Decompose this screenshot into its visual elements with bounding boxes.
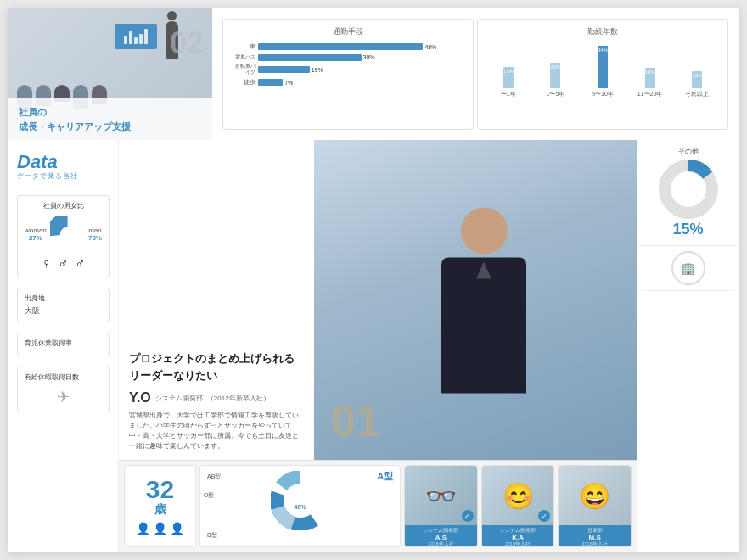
year-bar-wrap-2: 20% — [534, 63, 578, 88]
profile-cards-strip: 👓 ✓ システム開発部 A.S 2018年入社 😊 ✓ — [404, 465, 632, 547]
headline-line1: プロジェクトのまとめ上げられる — [129, 352, 295, 365]
headline: プロジェクトのまとめ上げられる リーダーなりたい — [129, 350, 304, 384]
profile-year-1: 2018年入社 — [408, 541, 474, 547]
overlay-line2: 成長・キャリアアップ支援 — [19, 121, 131, 132]
profile-photo-2: 😊 ✓ — [482, 466, 554, 525]
age-card: 32 歳 👤 👤 👤 — [124, 465, 196, 547]
year-bar-wrap-5: 13% — [675, 71, 719, 88]
profile-role-2: システム開発部 — [486, 528, 551, 534]
woman-name: woman — [25, 227, 47, 234]
screen-bars — [124, 29, 148, 44]
childcare-card: 育児休業取得率 — [17, 333, 110, 356]
center-area: プロジェクトのまとめ上げられる リーダーなりたい Y.O システム開発部 （20… — [119, 140, 637, 552]
woman-icon: ♀ — [42, 256, 52, 272]
birthplace-card: 出身地 大阪 — [17, 288, 110, 322]
woman-pct: 27% — [29, 234, 42, 242]
gender-pie-chart — [50, 216, 85, 253]
birthplace-value: 大阪 — [25, 305, 102, 316]
age-number: 32 — [146, 477, 174, 502]
commute-bar-wrap-1: 48% — [258, 43, 464, 50]
bar5 — [144, 29, 148, 44]
age-person-icon-1: 👤 — [136, 522, 150, 535]
left-sidebar: Data データで見る当社 社員の男女比 woman 27% — [8, 140, 119, 552]
year-bar-wrap-1: 17% — [486, 67, 531, 88]
person-initial: Y.O — [129, 390, 151, 406]
profile-photo-3: 😄 — [559, 466, 631, 525]
profile-info-3: 営業部 M.S 2018年入社 — [559, 525, 631, 547]
year-bar-wrap-4: 16% — [628, 68, 672, 88]
year-bar-wrap-3: 34% — [581, 46, 625, 88]
years-chart: 17% 〜1年 20% 1〜5年 — [486, 42, 719, 102]
top-overlay-text: 社員の 成長・キャリアアップ支援 — [19, 105, 202, 133]
man-pct: 73% — [88, 234, 102, 242]
commute-row-4: 徒歩 7% — [232, 78, 464, 87]
year-pct-1: 17% — [503, 69, 514, 74]
man-icon2: ♂ — [76, 256, 86, 272]
profile-avatar-3: 😄 — [579, 481, 610, 511]
commute-title: 通勤手段 — [232, 26, 464, 37]
right-circle-icon: 🏢 — [671, 251, 705, 285]
year-col-2: 20% 1〜5年 — [534, 63, 578, 98]
hero-head — [461, 207, 508, 254]
donut-pct: 15% — [644, 221, 732, 238]
commute-pct-2: 30% — [363, 54, 375, 60]
year-pct-5: 13% — [692, 73, 702, 78]
data-brand: Data データで見る当社 — [17, 153, 110, 181]
bar3 — [134, 37, 138, 44]
blood-center-pct: 40% — [295, 503, 306, 509]
commute-label-3: 自転車バイク — [232, 64, 256, 76]
profile-name-1: A.S — [408, 534, 474, 541]
blood-ab-label: AB型 — [207, 473, 221, 481]
commute-stat-box: 通勤手段 車 48% 電車バス 30% — [222, 19, 474, 130]
profile-role-1: システム開発部 — [408, 528, 474, 534]
hero-photo: 01 — [314, 140, 637, 460]
bar4 — [139, 34, 143, 44]
year-label-3: 6〜10年 — [592, 90, 614, 98]
section-number-02: 02 — [170, 25, 204, 61]
commute-chart: 車 48% 電車バス 30% 自転車バイク — [232, 42, 464, 87]
top-photo-area: 社員の 成長・キャリアアップ支援 02 — [8, 8, 212, 140]
vacation-title: 有給休暇取得日数 — [25, 372, 102, 382]
main-donut-chart — [659, 160, 718, 219]
commute-pct-1: 48% — [424, 44, 436, 50]
right-placeholder-1: 🏢 — [643, 251, 733, 291]
commute-row-3: 自転車バイク 15% — [232, 64, 464, 76]
bar2 — [129, 31, 132, 44]
commute-row-2: 電車バス 30% — [232, 53, 464, 61]
profile-check-2: ✓ — [538, 510, 550, 522]
top-section: 社員の 成長・キャリアアップ支援 02 通勤手段 車 48% — [8, 8, 739, 140]
hero-and-text: プロジェクトのまとめ上げられる リーダーなりたい Y.O システム開発部 （20… — [119, 140, 637, 460]
commute-label-1: 車 — [232, 42, 256, 51]
svg-point-7 — [284, 484, 317, 517]
profile-photo-1: 👓 ✓ — [405, 466, 477, 525]
birthplace-title: 出身地 — [25, 294, 102, 303]
year-col-1: 17% 〜1年 — [486, 67, 531, 98]
year-pct-4: 16% — [645, 70, 655, 75]
gender-chart: woman 27% man 73% — [25, 216, 102, 253]
age-person-icon-2: 👤 — [153, 522, 167, 535]
age-unit: 歳 — [154, 502, 166, 518]
commute-label-4: 徒歩 — [232, 78, 256, 87]
year-label-4: 11〜20年 — [637, 90, 663, 98]
commute-pct-3: 15% — [312, 67, 323, 73]
right-donut-section: その他 15% — [637, 140, 739, 246]
man-icon: ♂ — [59, 256, 69, 272]
section-01-number: 01 — [331, 399, 380, 443]
year-pct-2: 20% — [550, 64, 560, 70]
hero-person-container — [441, 207, 526, 393]
blood-b-label: B型 — [207, 531, 217, 540]
main-section: Data データで見る当社 社員の男女比 woman 27% — [8, 140, 739, 552]
childcare-title: 育児休業取得率 — [25, 339, 102, 348]
person-bio: 宮城県出身で、大学では工学部で情報工学を専攻していました。小学生の頃からずっとサ… — [129, 411, 304, 451]
gender-card-title: 社員の男女比 — [25, 201, 102, 210]
year-label-2: 1〜5年 — [546, 90, 564, 98]
profile-name-2: K.A — [486, 534, 551, 541]
year-label-5: それ以上 — [685, 90, 709, 98]
age-person-icons: 👤 👤 👤 — [136, 522, 184, 535]
right-panel: その他 15% 🏢 — [637, 140, 739, 552]
year-label-1: 〜1年 — [501, 90, 516, 98]
profile-avatar-2: 😊 — [503, 481, 534, 511]
commute-bar-1 — [258, 43, 423, 50]
blood-type-donut — [271, 471, 330, 530]
age-person-icon-3: 👤 — [170, 522, 184, 535]
